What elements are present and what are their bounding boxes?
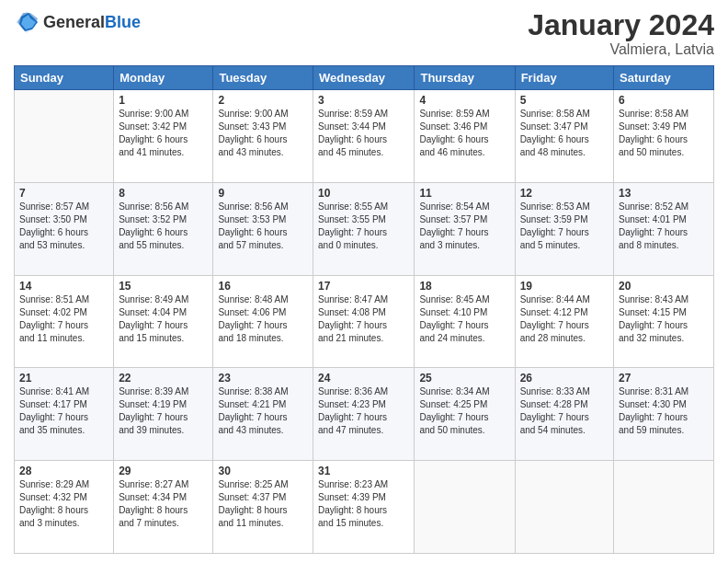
calendar-cell: 18Sunrise: 8:45 AM Sunset: 4:10 PM Dayli… [415,275,515,368]
day-number: 10 [318,187,409,200]
calendar-cell: 17Sunrise: 8:47 AM Sunset: 4:08 PM Dayli… [313,275,415,368]
day-number: 28 [19,465,108,477]
calendar-cell: 12Sunrise: 8:53 AM Sunset: 3:59 PM Dayli… [515,182,613,275]
logo-icon [14,9,40,35]
day-number: 3 [318,94,409,107]
column-header-tuesday: Tuesday [213,66,313,90]
week-row-2: 7Sunrise: 8:57 AM Sunset: 3:50 PM Daylig… [15,182,714,275]
week-row-4: 21Sunrise: 8:41 AM Sunset: 4:17 PM Dayli… [15,368,714,461]
day-number: 24 [318,372,409,385]
column-header-friday: Friday [515,66,613,90]
column-header-wednesday: Wednesday [313,66,415,90]
calendar-cell: 23Sunrise: 8:38 AM Sunset: 4:21 PM Dayli… [213,368,313,461]
column-header-saturday: Saturday [614,66,714,90]
day-number: 31 [318,465,409,477]
calendar-cell: 24Sunrise: 8:36 AM Sunset: 4:23 PM Dayli… [313,368,415,461]
day-info: Sunrise: 8:45 AM Sunset: 4:10 PM Dayligh… [419,293,509,345]
day-info: Sunrise: 8:43 AM Sunset: 4:15 PM Dayligh… [619,293,709,345]
day-number: 18 [419,280,509,293]
day-number: 8 [119,187,208,200]
day-number: 26 [520,372,609,385]
calendar-cell: 5Sunrise: 8:58 AM Sunset: 3:47 PM Daylig… [515,90,613,183]
logo: GeneralBlue [14,9,141,35]
day-info: Sunrise: 8:23 AM Sunset: 4:39 PM Dayligh… [318,478,409,530]
day-info: Sunrise: 8:58 AM Sunset: 3:47 PM Dayligh… [520,108,609,159]
day-info: Sunrise: 8:51 AM Sunset: 4:02 PM Dayligh… [19,293,108,345]
calendar-cell: 27Sunrise: 8:31 AM Sunset: 4:30 PM Dayli… [614,368,714,461]
title-block: January 2024 Valmiera, Latvia [528,9,714,58]
calendar-cell: 14Sunrise: 8:51 AM Sunset: 4:02 PM Dayli… [15,275,114,368]
day-number: 12 [520,187,609,200]
day-number: 23 [218,372,308,385]
calendar-header-row: SundayMondayTuesdayWednesdayThursdayFrid… [15,66,714,90]
day-number: 1 [119,94,208,107]
day-number: 14 [19,280,108,293]
day-info: Sunrise: 9:00 AM Sunset: 3:42 PM Dayligh… [119,108,208,159]
day-number: 27 [619,372,709,385]
column-header-sunday: Sunday [15,66,114,90]
calendar-cell: 20Sunrise: 8:43 AM Sunset: 4:15 PM Dayli… [614,275,714,368]
calendar-cell: 28Sunrise: 8:29 AM Sunset: 4:32 PM Dayli… [15,461,114,554]
day-info: Sunrise: 8:56 AM Sunset: 3:52 PM Dayligh… [119,201,208,252]
day-number: 30 [218,465,308,477]
day-number: 21 [19,372,108,385]
calendar-cell [15,90,114,183]
calendar-cell: 22Sunrise: 8:39 AM Sunset: 4:19 PM Dayli… [114,368,213,461]
day-info: Sunrise: 8:48 AM Sunset: 4:06 PM Dayligh… [218,293,308,345]
calendar-cell: 3Sunrise: 8:59 AM Sunset: 3:44 PM Daylig… [313,90,415,183]
day-number: 4 [419,94,509,107]
day-info: Sunrise: 8:36 AM Sunset: 4:23 PM Dayligh… [318,385,409,437]
calendar-cell: 31Sunrise: 8:23 AM Sunset: 4:39 PM Dayli… [313,461,415,554]
day-info: Sunrise: 8:29 AM Sunset: 4:32 PM Dayligh… [19,478,108,530]
day-info: Sunrise: 8:49 AM Sunset: 4:04 PM Dayligh… [119,293,208,345]
logo-text: GeneralBlue [43,14,141,30]
calendar-cell: 19Sunrise: 8:44 AM Sunset: 4:12 PM Dayli… [515,275,613,368]
day-info: Sunrise: 8:31 AM Sunset: 4:30 PM Dayligh… [619,385,709,437]
day-info: Sunrise: 8:41 AM Sunset: 4:17 PM Dayligh… [19,385,108,437]
day-info: Sunrise: 8:58 AM Sunset: 3:49 PM Dayligh… [619,108,709,159]
day-number: 5 [520,94,609,107]
calendar-cell: 4Sunrise: 8:59 AM Sunset: 3:46 PM Daylig… [415,90,515,183]
header: GeneralBlue January 2024 Valmiera, Latvi… [14,9,714,58]
day-number: 6 [619,94,709,107]
calendar-cell: 7Sunrise: 8:57 AM Sunset: 3:50 PM Daylig… [15,182,114,275]
day-number: 29 [119,465,208,477]
day-info: Sunrise: 8:44 AM Sunset: 4:12 PM Dayligh… [520,293,609,345]
column-header-monday: Monday [114,66,213,90]
day-info: Sunrise: 8:55 AM Sunset: 3:55 PM Dayligh… [318,201,409,252]
calendar-cell: 25Sunrise: 8:34 AM Sunset: 4:25 PM Dayli… [415,368,515,461]
day-number: 7 [19,187,108,200]
day-number: 25 [419,372,509,385]
day-info: Sunrise: 8:25 AM Sunset: 4:37 PM Dayligh… [218,478,308,530]
day-info: Sunrise: 8:33 AM Sunset: 4:28 PM Dayligh… [520,385,609,437]
day-info: Sunrise: 8:54 AM Sunset: 3:57 PM Dayligh… [419,201,509,252]
day-info: Sunrise: 8:34 AM Sunset: 4:25 PM Dayligh… [419,385,509,437]
calendar-cell: 30Sunrise: 8:25 AM Sunset: 4:37 PM Dayli… [213,461,313,554]
month-year: January 2024 [528,9,714,41]
page: GeneralBlue January 2024 Valmiera, Latvi… [0,0,728,563]
calendar-cell [415,461,515,554]
week-row-5: 28Sunrise: 8:29 AM Sunset: 4:32 PM Dayli… [15,461,714,554]
calendar-cell: 8Sunrise: 8:56 AM Sunset: 3:52 PM Daylig… [114,182,213,275]
calendar-cell: 9Sunrise: 8:56 AM Sunset: 3:53 PM Daylig… [213,182,313,275]
calendar-cell: 1Sunrise: 9:00 AM Sunset: 3:42 PM Daylig… [114,90,213,183]
calendar-cell: 16Sunrise: 8:48 AM Sunset: 4:06 PM Dayli… [213,275,313,368]
calendar-cell [614,461,714,554]
day-info: Sunrise: 8:57 AM Sunset: 3:50 PM Dayligh… [19,201,108,252]
day-number: 15 [119,280,208,293]
day-info: Sunrise: 8:56 AM Sunset: 3:53 PM Dayligh… [218,201,308,252]
day-info: Sunrise: 8:59 AM Sunset: 3:44 PM Dayligh… [318,108,409,159]
day-info: Sunrise: 8:38 AM Sunset: 4:21 PM Dayligh… [218,385,308,437]
day-number: 22 [119,372,208,385]
week-row-3: 14Sunrise: 8:51 AM Sunset: 4:02 PM Dayli… [15,275,714,368]
day-info: Sunrise: 8:47 AM Sunset: 4:08 PM Dayligh… [318,293,409,345]
calendar-cell: 6Sunrise: 8:58 AM Sunset: 3:49 PM Daylig… [614,90,714,183]
column-header-thursday: Thursday [415,66,515,90]
day-number: 11 [419,187,509,200]
calendar-table: SundayMondayTuesdayWednesdayThursdayFrid… [14,65,714,554]
calendar-cell: 21Sunrise: 8:41 AM Sunset: 4:17 PM Dayli… [15,368,114,461]
calendar-cell: 15Sunrise: 8:49 AM Sunset: 4:04 PM Dayli… [114,275,213,368]
week-row-1: 1Sunrise: 9:00 AM Sunset: 3:42 PM Daylig… [15,90,714,183]
calendar-cell: 10Sunrise: 8:55 AM Sunset: 3:55 PM Dayli… [313,182,415,275]
calendar-cell: 11Sunrise: 8:54 AM Sunset: 3:57 PM Dayli… [415,182,515,275]
